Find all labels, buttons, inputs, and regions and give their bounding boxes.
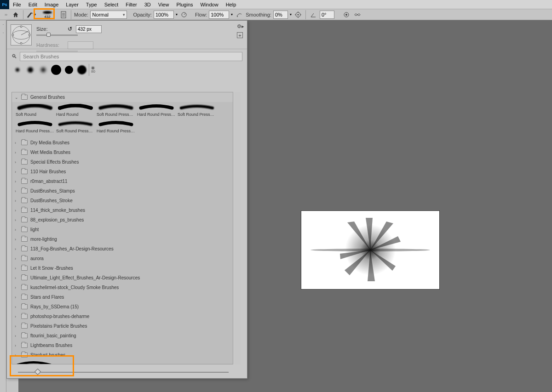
brush-preset-item[interactable]: Hard Round Pressure... — [136, 103, 177, 120]
brush-folder[interactable]: ›aurora — [12, 254, 233, 263]
document-canvas[interactable] — [301, 211, 439, 289]
recent-brush[interactable] — [12, 64, 23, 76]
scrollbar[interactable] — [235, 92, 241, 364]
brush-folder[interactable]: ›Ultimate_Light_Effect_Brushes_Ar-Design… — [12, 273, 233, 283]
home-icon[interactable] — [11, 10, 20, 19]
brush-folder[interactable]: ›Stardust-brushes — [12, 350, 233, 360]
recent-brush[interactable] — [50, 64, 62, 76]
menu-view[interactable]: View — [155, 2, 173, 7]
new-preset-icon[interactable]: + — [237, 32, 243, 38]
brush-folder[interactable]: ›Dry Media Brushes — [12, 138, 233, 148]
svg-point-6 — [237, 16, 238, 17]
chevron-right-icon: › — [15, 237, 18, 242]
folder-label: more-lighting — [30, 237, 57, 242]
hardness-slider — [36, 51, 78, 52]
menu-file[interactable]: File — [9, 2, 25, 7]
chevron-right-icon: › — [15, 199, 18, 203]
svg-point-20 — [20, 42, 22, 44]
brush-preset-item[interactable]: Soft Round Pressure... — [96, 103, 136, 120]
folder-icon — [21, 227, 28, 232]
brush-preset-item[interactable]: Hard Round — [55, 103, 96, 120]
flip-reset-icon[interactable]: ↺ — [68, 26, 72, 32]
brush-folder[interactable]: ›DustBrushes_Stamps — [12, 186, 233, 196]
general-brushes-grid: Soft Round Hard Round Soft Round Pressur… — [12, 102, 233, 138]
brush-preset-picker[interactable]: 432 — [38, 10, 57, 19]
symmetry-icon[interactable] — [353, 10, 362, 19]
folder-label: Wet Media Brushes — [30, 150, 70, 155]
brush-folder[interactable]: ›more-lighting — [12, 234, 233, 244]
smoothing-input[interactable]: 0% — [273, 11, 288, 19]
brush-folder[interactable]: ›110 Hair Brushes — [12, 167, 233, 176]
menu-plugins[interactable]: Plugins — [172, 2, 196, 7]
recent-brush[interactable] — [63, 64, 75, 76]
brush-folder[interactable]: ›Rays_by_SSDema (15) — [12, 302, 233, 312]
brush-folder[interactable]: ›Wet Media Brushes — [12, 148, 233, 157]
angle-icon[interactable] — [309, 10, 318, 19]
brush-folder[interactable]: ›Lightbeams Brushes — [12, 341, 233, 350]
brush-folder[interactable]: ›ftourini_basic_painting — [12, 331, 233, 341]
menu-image[interactable]: Image — [41, 2, 63, 7]
folder-icon — [21, 256, 28, 261]
menu-window[interactable]: Window — [197, 2, 222, 7]
brush-folder[interactable]: ›Stars and Flares — [12, 292, 233, 302]
menu-help[interactable]: Help — [222, 2, 240, 7]
menu-select[interactable]: Select — [101, 2, 122, 7]
folder-icon — [21, 217, 28, 222]
brush-folder[interactable]: ›Special Effects Brushes — [12, 157, 233, 167]
panel-gear-icon[interactable]: ⚙︎▸ — [237, 23, 244, 29]
size-slider[interactable] — [36, 34, 78, 36]
menu-type[interactable]: Type — [82, 2, 101, 7]
search-brushes-input[interactable] — [20, 52, 242, 61]
brush-preset-item[interactable]: Soft Round Pressure... — [177, 103, 217, 120]
thumbnail-size-slider[interactable] — [18, 371, 229, 374]
brush-folder[interactable]: ›118_Fog-Brushes_Ar-Design-Resources — [12, 244, 233, 254]
menu-filter[interactable]: Filter — [122, 2, 140, 7]
svg-point-16 — [345, 225, 396, 275]
flow-input[interactable]: 100% — [209, 11, 229, 19]
tool-slot[interactable]: · — [0, 28, 6, 37]
brush-preset-item[interactable]: Soft Round — [15, 103, 55, 120]
new-brush-preset[interactable]: my_light — [15, 361, 55, 364]
opacity-pressure-icon[interactable] — [179, 10, 189, 19]
brush-folder[interactable]: ›114_thick_smoke_brushes — [12, 205, 233, 215]
brush-folder[interactable]: ›photoshop-brushes-deharme — [12, 312, 233, 321]
recent-brush[interactable]: 80 — [89, 64, 95, 76]
size-input[interactable]: 432 px — [76, 25, 102, 33]
smoothing-options-icon[interactable] — [293, 10, 303, 19]
brush-folder[interactable]: ›kuschelirmel-stock_Cloudy Smoke Brushes — [12, 283, 233, 292]
menu-layer[interactable]: Layer — [62, 2, 82, 7]
brush-folder[interactable]: ›Pixelstains Particle Brushes — [12, 321, 233, 331]
opacity-input[interactable]: 100% — [154, 11, 174, 19]
airbrush-icon[interactable] — [235, 10, 244, 19]
brush-preset-item[interactable]: Hard Round Pressure... — [15, 120, 55, 136]
angle-input[interactable]: 0° — [320, 11, 334, 19]
folder-label: aurora — [30, 256, 44, 261]
folder-icon — [21, 150, 28, 155]
brush-folder[interactable]: ›DustBrushes_Stroke — [12, 196, 233, 205]
tool-preset-picker[interactable]: ▾ — [26, 10, 36, 19]
blend-mode-select[interactable]: Normal — [90, 11, 127, 19]
recent-brush[interactable] — [37, 64, 49, 76]
folder-icon — [21, 169, 28, 174]
brush-settings-toggle-icon[interactable] — [59, 10, 68, 19]
folder-general-brushes[interactable]: ⌄ General Brushes — [12, 92, 233, 102]
brush-folder[interactable]: ›r0man_abstract11 — [12, 176, 233, 186]
size-pressure-icon[interactable] — [342, 10, 351, 19]
brush-preset-list[interactable]: ⌄ General Brushes Soft Round Hard Round … — [12, 92, 233, 364]
tool-slot[interactable]: · — [0, 20, 6, 28]
brush-folder[interactable]: ›88_explosion_ps_brushes — [12, 215, 233, 225]
folder-label: Pixelstains Particle Brushes — [30, 324, 87, 329]
brush-folder[interactable]: ›Let It Snow -Brushes — [12, 263, 233, 273]
recent-brushes-row: 80 — [7, 64, 247, 79]
brush-preset-item[interactable]: Soft Round Pressure... — [55, 120, 96, 136]
folder-label: light — [30, 227, 39, 232]
brush-folder[interactable]: ›light — [12, 225, 233, 234]
menu-edit[interactable]: Edit — [25, 2, 41, 7]
recent-brush[interactable] — [76, 64, 88, 76]
brush-tip-preview[interactable] — [11, 24, 32, 45]
recent-brush[interactable] — [24, 64, 36, 76]
menu-3d[interactable]: 3D — [141, 2, 155, 7]
folder-icon — [21, 140, 28, 145]
collapse-chevron-icon[interactable]: ›› — [3, 11, 9, 18]
brush-preset-item[interactable]: Hard Round Pressure... — [96, 120, 136, 136]
